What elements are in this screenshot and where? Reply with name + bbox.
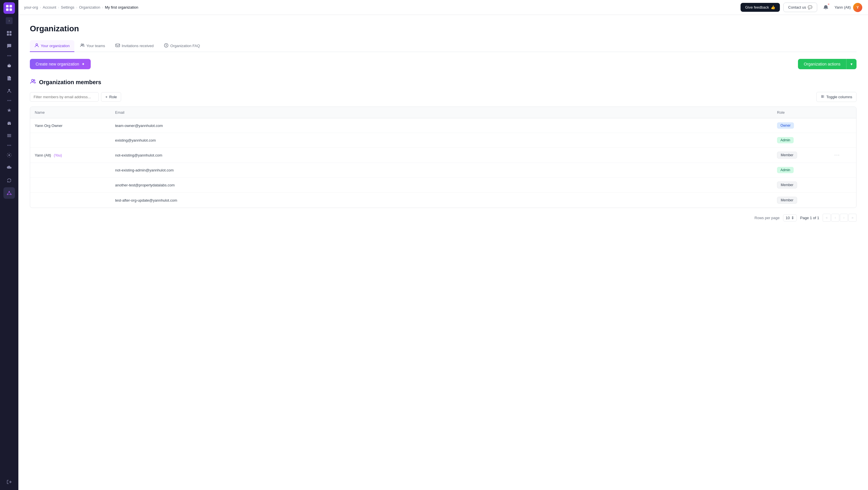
sparkle-icon: ✦ (82, 62, 85, 66)
contact-button[interactable]: Contact us 💬 (783, 3, 817, 12)
car-icon[interactable] (3, 117, 15, 129)
settings-icon[interactable] (3, 149, 15, 161)
create-org-label: Create new organization (36, 62, 79, 66)
svg-point-19 (9, 154, 10, 156)
members-table: Name Email Role Yann Org Owner team-owne… (30, 107, 857, 208)
app-logo[interactable] (3, 2, 15, 14)
rows-stepper-icon: ⇕ (791, 216, 794, 220)
svg-point-33 (32, 80, 34, 82)
breadcrumb-account[interactable]: Account (43, 5, 56, 9)
svg-line-24 (9, 192, 11, 194)
sidebar-more-2[interactable]: ••• (3, 98, 15, 104)
sidebar-more-3[interactable]: ••• (3, 142, 15, 148)
members-section-header: Organization members (30, 79, 857, 86)
org-network-icon[interactable] (3, 187, 15, 199)
svg-point-28 (81, 44, 82, 46)
org-actions-button[interactable]: Organization actions (798, 59, 846, 69)
breadcrumb-sep-2: › (58, 5, 59, 9)
page-content: Organization Your organization Your team… (19, 15, 868, 490)
member-email: not-existing@yannhulot.com (115, 153, 777, 157)
tab-faq[interactable]: Organization FAQ (159, 40, 205, 52)
breadcrumb-sep-3: › (76, 5, 77, 9)
svg-point-21 (7, 194, 8, 195)
star-icon[interactable] (3, 105, 15, 116)
member-email: not-existing-admin@yannhulot.com (115, 168, 777, 172)
last-page-button[interactable]: » (848, 214, 857, 222)
svg-point-10 (8, 65, 9, 66)
page-info: Page 1 of 1 (800, 216, 819, 220)
table-row: not-existing-admin@yannhulot.com Admin (30, 163, 856, 177)
col-name: Name (35, 110, 115, 115)
chevron-down-icon: ▾ (850, 62, 852, 66)
page-title: Organization (30, 24, 857, 33)
svg-rect-18 (7, 137, 11, 137)
table-row: another-test@propertydatalabs.com Member (30, 177, 856, 193)
first-page-button[interactable]: « (823, 214, 831, 222)
org-actions-group: Organization actions ▾ (798, 59, 857, 69)
toggle-columns-button[interactable]: Toggle columns (816, 92, 857, 102)
your-teams-icon (80, 43, 85, 49)
tab-your-organization[interactable]: Your organization (30, 40, 74, 52)
feedback-button[interactable]: Give feedback 👍 (741, 3, 780, 12)
member-email: existing@yannhulot.com (115, 138, 777, 142)
prev-page-button[interactable]: ‹ (831, 214, 839, 222)
list-icon[interactable] (3, 130, 15, 141)
svg-rect-4 (7, 31, 9, 33)
svg-rect-7 (9, 34, 11, 36)
robot-icon[interactable] (3, 60, 15, 71)
svg-point-27 (36, 44, 38, 46)
tab-invitations[interactable]: Invitations received (111, 40, 158, 52)
breadcrumb-organization[interactable]: Organization (79, 5, 100, 9)
create-org-button[interactable]: Create new organization ✦ (30, 59, 91, 69)
dashboard-icon[interactable] (3, 28, 15, 39)
sidebar-more-1[interactable]: ••• (3, 53, 15, 59)
svg-rect-2 (6, 8, 9, 11)
svg-point-29 (83, 44, 84, 45)
member-name: Yann (Alt) (You) (35, 153, 115, 157)
rows-per-page-label: Rows per page (755, 216, 780, 220)
member-email: test-after-org-update@yannhulot.com (115, 198, 777, 202)
tab-invitations-label: Invitations received (122, 44, 154, 48)
svg-rect-9 (9, 64, 10, 65)
sync-icon[interactable] (3, 175, 15, 186)
invitations-icon (115, 43, 120, 49)
contact-label: Contact us (788, 5, 806, 9)
breadcrumb-settings[interactable]: Settings (61, 5, 74, 9)
chat-icon[interactable] (3, 40, 15, 52)
tabs-container: Your organization Your teams Invitations… (30, 40, 857, 52)
member-role: Owner (777, 122, 834, 129)
people-icon[interactable] (3, 85, 15, 96)
your-org-icon (34, 43, 39, 49)
members-icon (30, 79, 36, 86)
logout-icon[interactable] (3, 476, 15, 488)
feedback-label: Give feedback (745, 5, 769, 9)
svg-rect-1 (9, 5, 12, 7)
sidebar-toggle[interactable]: › (6, 17, 12, 24)
next-page-button[interactable]: › (840, 214, 848, 222)
member-role: Member (777, 152, 834, 158)
notifications-button[interactable]: ✕ (820, 2, 831, 12)
breadcrumb-sep-1: › (40, 5, 41, 9)
user-menu[interactable]: Yann (Alt) Y (834, 3, 862, 12)
svg-rect-16 (7, 134, 11, 135)
role-filter-button[interactable]: + Role (101, 92, 121, 102)
notification-x: ✕ (828, 3, 830, 6)
email-filter-input[interactable] (30, 92, 99, 102)
col-email: Email (115, 110, 777, 115)
breadcrumb-current: My first organization (105, 5, 138, 9)
member-email: another-test@propertydatalabs.com (115, 183, 777, 187)
row-menu[interactable]: ··· (834, 152, 851, 158)
tab-your-teams[interactable]: Your teams (75, 40, 110, 52)
file-icon[interactable] (3, 73, 15, 84)
tab-your-org-label: Your organization (41, 44, 70, 48)
cloud-icon[interactable] (3, 162, 15, 173)
svg-point-22 (10, 194, 11, 195)
breadcrumb-home[interactable]: your-org (24, 5, 38, 9)
action-row: Create new organization ✦ Organization a… (30, 59, 857, 69)
org-actions-dropdown[interactable]: ▾ (846, 59, 857, 69)
svg-point-13 (8, 89, 10, 91)
svg-line-23 (7, 192, 9, 194)
rows-per-page-select[interactable]: 10 ⇕ (783, 214, 797, 222)
topnav-actions: Give feedback 👍 Contact us 💬 ✕ Yann (Alt… (741, 2, 862, 12)
svg-point-14 (8, 124, 9, 125)
